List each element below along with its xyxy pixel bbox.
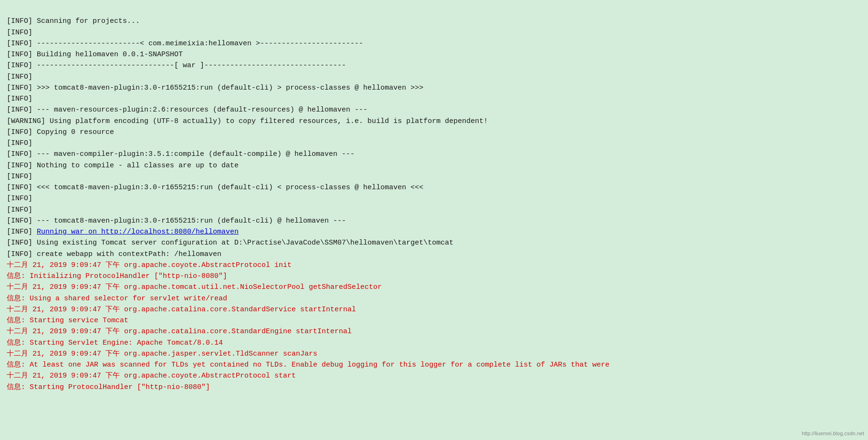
console-line: [INFO] --- maven-compiler-plugin:3.5.1:c…	[7, 149, 861, 160]
console-line: 信息: Using a shared selector for servlet …	[7, 293, 861, 304]
console-line: [INFO] Nothing to compile - all classes …	[7, 160, 861, 171]
console-line: 信息: Starting ProtocolHandler ["http-nio-…	[7, 382, 861, 393]
console-line: [INFO]	[7, 72, 861, 82]
console-line: 十二月 21, 2019 9:09:47 下午 org.apache.jaspe…	[7, 348, 861, 359]
console-line: [INFO] Scanning for projects...	[7, 16, 861, 27]
console-line: [INFO] >>> tomcat8-maven-plugin:3.0-r165…	[7, 82, 861, 93]
console-line: [INFO] --- maven-resources-plugin:2.6:re…	[7, 104, 861, 115]
console-line: [INFO] <<< tomcat8-maven-plugin:3.0-r165…	[7, 182, 861, 193]
console-line: [INFO] ------------------------< com.mei…	[7, 38, 861, 49]
console-line: 信息: Starting Servlet Engine: Apache Tomc…	[7, 338, 861, 348]
localhost-link[interactable]: Running war on http://localhost:8080/hel…	[37, 228, 239, 236]
console-line: 十二月 21, 2019 9:09:47 下午 org.apache.coyot…	[7, 260, 861, 271]
console-line: 十二月 21, 2019 9:09:47 下午 org.apache.tomca…	[7, 282, 861, 293]
console-line: [INFO] --- tomcat8-maven-plugin:3.0-r165…	[7, 215, 861, 226]
console-line: [INFO]	[7, 138, 861, 149]
console-line: [INFO]	[7, 27, 861, 38]
console-line: [WARNING] Using platform encoding (UTF-8…	[7, 116, 861, 127]
console-line: [INFO]	[7, 171, 861, 182]
console-line: [INFO]	[7, 93, 861, 104]
console-line: 信息: At least one JAR was scanned for TLD…	[7, 359, 861, 370]
console-line: [INFO] Using existing Tomcat server conf…	[7, 237, 861, 248]
console-line: 信息: Starting service Tomcat	[7, 315, 861, 326]
console-line: 信息: Initializing ProtocolHandler ["http-…	[7, 271, 861, 282]
console-line: [INFO] Running war on http://localhost:8…	[7, 226, 861, 237]
console-output: [INFO] Scanning for projects...[INFO][IN…	[7, 5, 861, 393]
console-line: [INFO] create webapp with contextPath: /…	[7, 249, 861, 260]
console-line: [INFO]	[7, 205, 861, 215]
console-line: [INFO]	[7, 193, 861, 204]
console-line: [INFO] Copying 0 resource	[7, 127, 861, 138]
console-line: [INFO] --------------------------------[…	[7, 60, 861, 71]
console-line: [INFO] Building hellomaven 0.0.1-SNAPSHO…	[7, 49, 861, 60]
console-line: 十二月 21, 2019 9:09:47 下午 org.apache.catal…	[7, 326, 861, 337]
console-line: 十二月 21, 2019 9:09:47 下午 org.apache.coyot…	[7, 370, 861, 381]
console-line: 十二月 21, 2019 9:09:47 下午 org.apache.catal…	[7, 304, 861, 315]
watermark: http://liuemei.blog.csdn.net	[802, 430, 864, 436]
